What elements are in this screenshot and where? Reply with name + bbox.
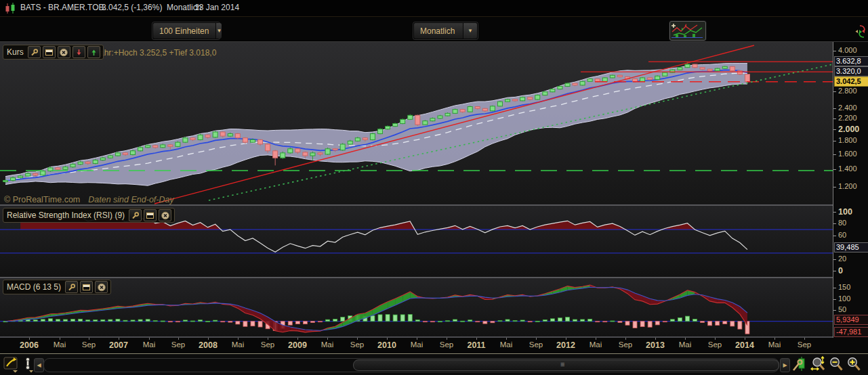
candle [56, 168, 60, 169]
scrollbar-thumb[interactable]: ≡ [353, 359, 779, 371]
macd-histogram-bar [520, 320, 524, 322]
window-icon[interactable] [144, 209, 157, 221]
close-icon[interactable] [58, 46, 70, 58]
timeline-tick [417, 338, 417, 340]
wrench-icon[interactable] [65, 281, 78, 293]
chart-preview-button[interactable] [669, 21, 706, 41]
timeline-tick [536, 338, 537, 340]
side-panel-toggle-icon[interactable] [854, 24, 867, 39]
macd-histogram-bar [86, 320, 90, 322]
candle [386, 127, 390, 129]
panel-separator[interactable] [0, 204, 868, 206]
timeline-label: 2010 [372, 340, 402, 350]
candle [303, 152, 308, 156]
price-badge: 5,9349 [834, 315, 868, 325]
window-icon[interactable] [43, 46, 56, 58]
drawing-trend-up-red[interactable] [154, 45, 754, 204]
candle [340, 144, 345, 150]
candle [535, 95, 540, 100]
macd-histogram-bar [678, 317, 682, 321]
candle [513, 100, 518, 101]
axis-tick [833, 271, 836, 271]
macd-histogram-bar [596, 322, 600, 322]
wrench-icon[interactable] [129, 209, 142, 221]
timeline-tick [357, 338, 358, 340]
macd-histogram-bar [566, 317, 570, 322]
candle [70, 164, 75, 167]
candle [648, 78, 653, 80]
zoom-in-button[interactable] [846, 356, 862, 373]
axis-label: 80 [838, 219, 846, 227]
candle [460, 110, 465, 112]
candle [678, 68, 682, 70]
macd-histogram-bar [168, 322, 172, 322]
axis-tick [833, 129, 836, 130]
zoom-out-button[interactable] [828, 356, 844, 373]
scroll-right-button[interactable]: ▶ [780, 358, 790, 372]
macd-panel[interactable] [0, 278, 833, 336]
macd-histogram-bar [468, 320, 472, 322]
rsi-panel-title: Relative Strength Index (RSI) (9) [6, 211, 127, 220]
timeline-tick [655, 338, 656, 340]
move-down-icon[interactable] [73, 46, 85, 58]
macd-histogram-bar [378, 315, 382, 322]
macd-histogram-bar [648, 322, 652, 328]
timeline-tick [178, 338, 179, 340]
close-icon[interactable] [95, 281, 108, 293]
timeline-tick [774, 338, 775, 340]
macd-histogram-bar [640, 322, 644, 327]
cursor-tool-button[interactable] [22, 356, 35, 373]
price-chart[interactable] [0, 42, 833, 204]
timeline-label: Mai [581, 340, 611, 349]
price-badge: 3.320,0 [834, 66, 868, 76]
move-up-icon[interactable] [87, 46, 100, 58]
axis-tick [833, 236, 836, 236]
candle [663, 72, 667, 76]
wrench-icon[interactable] [28, 46, 41, 58]
macd-histogram-bar [423, 322, 427, 322]
candle [438, 116, 442, 118]
zoom-range-button[interactable] [810, 356, 827, 373]
candle [325, 149, 330, 154]
candle [100, 158, 105, 160]
candle [505, 100, 510, 102]
chevron-down-icon[interactable]: ▼ [463, 23, 477, 39]
candle [715, 68, 720, 70]
timeline-tick [476, 338, 477, 340]
candle [153, 146, 158, 148]
axis-label: 2.800 [838, 87, 857, 95]
units-dropdown[interactable]: 100 Einheiten ▼ [152, 22, 220, 39]
window-icon[interactable] [80, 281, 93, 293]
candle [617, 75, 622, 76]
candle [707, 69, 712, 70]
macd-histogram-bar [708, 322, 712, 326]
macd-chart[interactable] [0, 278, 833, 336]
axis-tick [833, 141, 836, 141]
time-axis[interactable]: 2006MaiSep2007MaiSep2008MaiSep2009MaiSep… [0, 338, 868, 353]
chart-settings-button[interactable] [791, 356, 808, 373]
axis-tick [833, 169, 836, 170]
scroll-left-button[interactable]: ◀ [34, 358, 44, 372]
axis-tick [833, 259, 836, 260]
scrollbar-grip[interactable]: ≡ [560, 360, 564, 368]
macd-histogram-bar [701, 322, 705, 323]
draw-tool-button[interactable] [3, 356, 20, 373]
candle [228, 134, 232, 137]
candle [573, 83, 577, 85]
macd-histogram-bar [199, 320, 203, 322]
candle [633, 79, 638, 81]
close-icon[interactable] [159, 209, 171, 221]
price-panel[interactable] [0, 42, 833, 204]
macd-histogram-bar [258, 322, 262, 327]
panel-separator[interactable] [0, 277, 868, 278]
macd-histogram-bar [461, 321, 465, 322]
price-axis[interactable]: 4.0002.8002.4002.2002.0001.8001.6001.400… [833, 42, 868, 338]
timeframe-dropdown[interactable]: Monatlich ▼ [413, 22, 478, 39]
timeline-tick [566, 338, 566, 340]
timeline-label: Sep [700, 340, 730, 349]
timeline-label: Sep [74, 340, 104, 349]
macd-histogram-bar [371, 315, 375, 321]
chevron-down-icon[interactable]: ▼ [215, 23, 222, 39]
scrollbar-track[interactable]: ≡ [43, 358, 779, 372]
timeline-tick [506, 338, 507, 340]
